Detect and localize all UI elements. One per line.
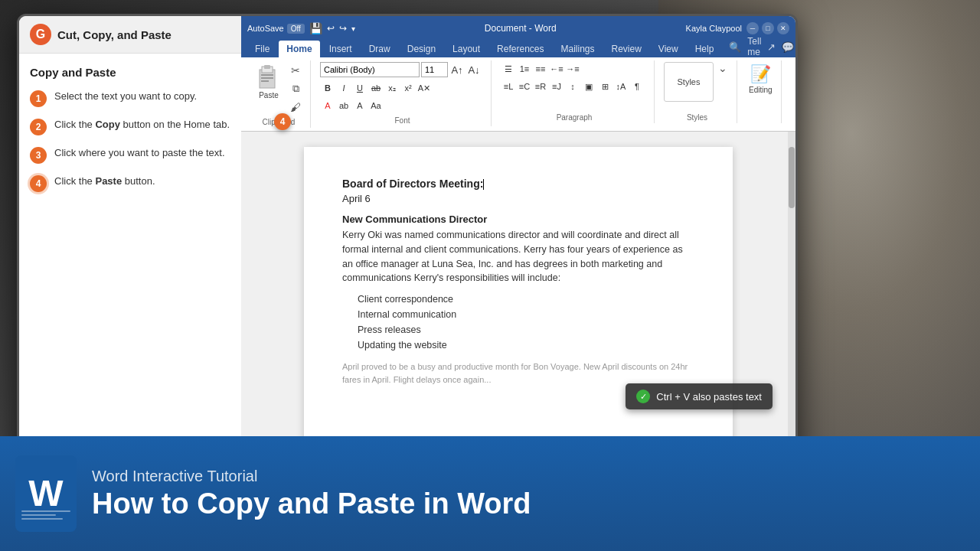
formatting-row-2: A ab A Aa [320,99,384,112]
styles-gallery[interactable]: Styles [664,62,714,102]
copy-button[interactable]: ⧉ [287,80,304,97]
increase-font-button[interactable]: A↑ [449,63,465,77]
text-cursor [483,179,484,190]
document-area[interactable]: Board of Directors Meeting: April 6 New … [241,132,795,455]
svg-rect-4 [261,77,273,79]
voice-label: Voice [785,113,798,122]
editing-icon: 📝 [750,64,771,84]
italic-button[interactable]: I [336,81,351,95]
doc-heading: Board of Directors Meeting: [342,178,694,190]
cut-button[interactable]: ✂ [287,62,304,79]
doc-subheading: New Communications Director [342,214,694,225]
font-label: Font [314,116,491,125]
sort-button[interactable]: ↕A [613,80,629,93]
tell-me-label[interactable]: Tell me [747,36,761,57]
word-logo: W [15,455,77,532]
show-para-button[interactable]: ¶ [629,80,645,93]
decrease-indent-button[interactable]: ←≡ [549,62,564,76]
styles-label: Styles [678,77,701,86]
save-icon[interactable]: 💾 [309,22,322,34]
tab-home[interactable]: Home [279,41,319,57]
tab-mailings[interactable]: Mailings [553,41,602,57]
maximize-button[interactable]: □ [762,22,774,34]
multilevel-button[interactable]: ≡≡ [533,62,548,76]
svg-rect-5 [261,80,269,82]
svg-rect-2 [264,65,270,69]
align-left-button[interactable]: ≡L [501,80,516,93]
highlight-button[interactable]: ab [336,99,351,112]
comment-icon[interactable]: 💬 [782,41,794,53]
step-num-4: 4 [30,175,47,192]
borders-button[interactable]: ⊞ [597,80,612,93]
step-1: 1 Select the text you want to copy. [30,90,230,107]
strikethrough-button[interactable]: ab [368,81,384,95]
format-painter-button[interactable]: 🖌 [287,99,304,116]
step-num-1: 1 [30,90,47,107]
undo-icon[interactable]: ↩ [327,23,335,34]
laptop-frame: G Cut, Copy, and Paste Copy and Paste 1 … [17,14,798,458]
change-case-button[interactable]: Aa [368,99,384,112]
paste-button[interactable]: Paste [253,62,284,101]
styles-expand-icon[interactable]: ⌄ [718,62,727,74]
font-group: Calibri (Body) 11 A↑ A↓ B I U ab x₂ x² [314,60,492,126]
subscript-button[interactable]: x₂ [384,81,400,95]
paste-icon [256,64,281,91]
line-spacing-button[interactable]: ↕ [565,80,580,93]
tab-draw[interactable]: Draw [361,41,398,57]
doc-list-item-4: Updating the website [342,337,694,353]
superscript-button[interactable]: x² [400,81,416,95]
font-size-input[interactable]: 11 [421,62,448,77]
tooltip: ✓ Ctrl + V also pastes text [626,383,773,409]
autosave-indicator: AutoSave Off [247,24,305,34]
tab-layout[interactable]: Layout [445,41,488,57]
autosave-label: AutoSave [247,24,284,33]
section-title: Copy and Paste [30,66,230,79]
scrollbar-thumb[interactable] [789,147,795,208]
doc-list-item-1: Client correspondence [342,292,694,307]
redo-icon[interactable]: ↪ [339,23,347,34]
clear-format-button[interactable]: A✕ [416,81,432,95]
increase-indent-button[interactable]: →≡ [565,62,580,76]
justify-button[interactable]: ≡J [549,80,564,93]
dictate-label: Dictate [795,87,798,96]
tutorial-content: Copy and Paste 1 Select the text you wan… [19,54,241,215]
window-controls: ─ □ ✕ [746,22,789,34]
doc-body: Kerry Oki was named communications direc… [342,228,694,285]
bottom-title: How to Copy and Paste in Word [92,488,957,520]
quick-access-expand[interactable]: ▾ [351,24,355,33]
numbering-button[interactable]: 1≡ [517,62,532,76]
align-center-button[interactable]: ≡C [517,80,532,93]
search-icon[interactable]: 🔍 [729,41,741,53]
doc-title: Document - Word [485,23,557,34]
tab-view[interactable]: View [651,41,686,57]
tab-help[interactable]: Help [688,41,722,57]
formatting-row-1: B I U ab x₂ x² A✕ [320,81,432,95]
tab-file[interactable]: File [247,41,277,57]
font-color-button[interactable]: A [320,99,335,112]
scrollbar[interactable] [788,132,795,455]
word-w-icon: W [28,475,63,512]
tab-references[interactable]: References [489,41,551,57]
dictate-button[interactable]: 🎤 Dictate [791,62,798,98]
brand-icon: G [30,24,51,45]
close-button[interactable]: ✕ [777,22,789,34]
editing-button[interactable]: 📝 Editing [746,62,775,96]
panel-header: G Cut, Copy, and Paste [19,16,241,54]
char-shading-button[interactable]: A [352,99,368,112]
tab-review[interactable]: Review [604,41,649,57]
minimize-button[interactable]: ─ [746,22,759,34]
styles-group: Styles ⌄ Styles [658,60,737,123]
decrease-font-button[interactable]: A↓ [466,63,482,77]
bullets-button[interactable]: ☰ [501,62,516,76]
autosave-toggle[interactable]: Off [287,24,305,34]
underline-button[interactable]: U [352,81,368,95]
voice-group: 🎤 Dictate Voice [785,60,798,123]
align-right-button[interactable]: ≡R [533,80,548,93]
shading-button[interactable]: ▣ [581,80,596,93]
tab-insert[interactable]: Insert [322,41,360,57]
tab-design[interactable]: Design [400,41,443,57]
font-name-input[interactable]: Calibri (Body) [320,62,420,77]
bold-button[interactable]: B [320,81,335,95]
step-text-3: Click where you want to paste the text. [54,146,225,160]
share-icon[interactable]: ↗ [767,41,776,53]
